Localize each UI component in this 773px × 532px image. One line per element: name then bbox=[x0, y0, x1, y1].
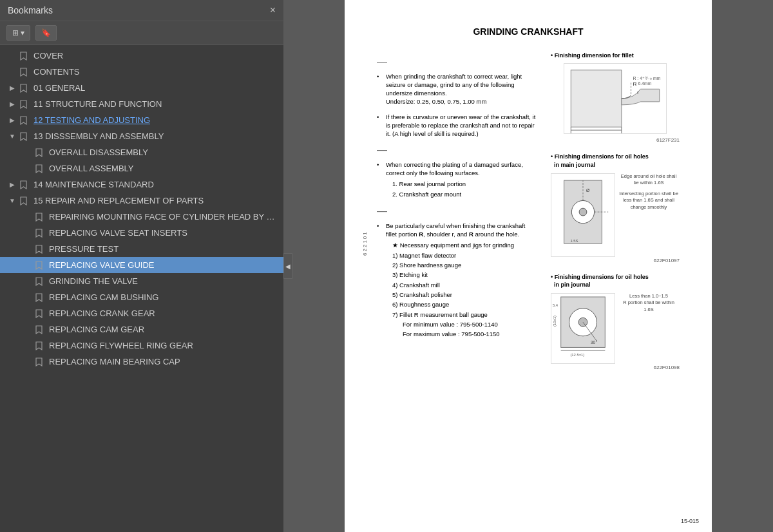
bullet-text-2: If there is curvature or uneven wear of … bbox=[386, 113, 538, 138]
bookmark-item-replacing-cam-bushing[interactable]: REPLACING CAM BUSHING bbox=[0, 289, 283, 305]
main-content: GRINDING CRANKSHAFT 622101 — • When grin… bbox=[283, 0, 773, 532]
chevron-icon: ▼ bbox=[8, 133, 17, 140]
svg-text:(12.5±1): (12.5±1) bbox=[570, 353, 584, 357]
bookmark-label: REPLACING CRANK GEAR bbox=[49, 309, 155, 318]
bookmark-icon: 🔖 bbox=[41, 28, 51, 37]
bookmark-icon bbox=[18, 180, 28, 189]
bookmark-icon bbox=[33, 325, 44, 334]
bookmark-item-replacing-main-bearing[interactable]: REPLACING MAIN BEARING CAP bbox=[0, 354, 283, 370]
collapse-panel-button[interactable]: ◀ bbox=[283, 253, 292, 279]
bookmark-icon bbox=[18, 68, 28, 77]
bookmark-item-01-general[interactable]: ▶01 GENERAL bbox=[0, 80, 283, 96]
main-journal-notes: Edge around oil hole shall be within 1.6… bbox=[618, 173, 680, 211]
bookmark-icon bbox=[33, 261, 44, 270]
bullet-text-4: Be particularly careful when finishing t… bbox=[386, 222, 538, 340]
bookmark-item-pressure-test[interactable]: PRESSURE TEST bbox=[0, 241, 283, 257]
bookmark-label: 13 DISSSEMBLY AND ASSEMBLY bbox=[33, 131, 164, 141]
sub-list-4: ★ Necessary equipment and jigs for grind… bbox=[392, 241, 538, 338]
bookmark-icon bbox=[33, 293, 44, 302]
bookmark-label: COVER bbox=[33, 51, 63, 61]
bookmark-item-repairing-mounting[interactable]: REPAIRING MOUNTING FACE OF CYLINDER HEAD… bbox=[0, 209, 283, 225]
bookmark-icon bbox=[33, 277, 44, 286]
chevron-icon: ▶ bbox=[8, 84, 17, 91]
bookmark-item-14-maintenance[interactable]: ▶14 MAINTENANCE STANDARD bbox=[0, 176, 283, 193]
bookmark-item-replacing-valve-seat[interactable]: REPLACING VALVE SEAT INSERTS bbox=[0, 225, 283, 241]
sidebar-header: Bookmarks × bbox=[0, 0, 283, 21]
bullet-dot-3: • bbox=[377, 160, 382, 200]
bookmark-item-replacing-cam-gear[interactable]: REPLACING CAM GEAR bbox=[0, 321, 283, 337]
page-title: GRINDING CRANKSHAFT bbox=[377, 26, 680, 39]
diagram-fillet-label: • Finishing dimension for fillet bbox=[551, 52, 680, 60]
bookmark-label: 01 GENERAL bbox=[33, 83, 85, 93]
diagram-pin-journal-svg: 30° (12.5±1) (10±1) 5.4 bbox=[551, 293, 615, 364]
diagram-fillet-svg: R r R : 4⁺⁰⁄₋₀ mm r : 6.4mm bbox=[564, 63, 667, 134]
grid-icon: ⊞ bbox=[12, 28, 19, 37]
svg-point-11 bbox=[579, 208, 587, 216]
diagram-main-journal-svg: Ø 1.5S bbox=[551, 173, 615, 257]
bookmark-icon bbox=[18, 132, 28, 141]
bookmark-icon bbox=[18, 116, 28, 125]
bookmark-label: OVERALL DISASSEMBLY bbox=[49, 147, 148, 157]
bookmark-label: GRINDING THE VALVE bbox=[49, 276, 138, 286]
bookmark-icon bbox=[18, 196, 28, 205]
left-column: — • When grinding the crankshaft to corr… bbox=[377, 52, 538, 381]
bookmark-item-replacing-crank-gear[interactable]: REPLACING CRANK GEAR bbox=[0, 305, 283, 321]
bullet-text-1: When grinding the crankshaft to correct … bbox=[386, 72, 538, 106]
pin-journal-notes: Less than 1.0~1.5R portion shall be with… bbox=[618, 293, 680, 314]
diagram-pin-journal-label: • Finishing dimensions for oil holes in … bbox=[551, 273, 680, 289]
bookmark-item-replacing-flywheel[interactable]: REPLACING FLYWHEEL RING GEAR bbox=[0, 337, 283, 354]
svg-text:5.4: 5.4 bbox=[553, 303, 558, 307]
right-column: • Finishing dimension for fillet R r R :… bbox=[551, 52, 680, 381]
bookmark-item-grinding-valve[interactable]: GRINDING THE VALVE bbox=[0, 273, 283, 289]
svg-text:Ø: Ø bbox=[586, 187, 590, 192]
diagram-main-journal-caption: 622F01097 bbox=[551, 257, 680, 264]
bookmark-item-11-structure[interactable]: ▶11 STRUCTURE AND FUNCTION bbox=[0, 96, 283, 112]
bookmark-item-12-testing[interactable]: ▶12 TESTING AND ADJUSTING bbox=[0, 112, 283, 128]
diagram-pin-journal: • Finishing dimensions for oil holes in … bbox=[551, 273, 680, 371]
bookmark-item-cover[interactable]: COVER bbox=[0, 48, 283, 64]
diagram-fillet: • Finishing dimension for fillet R r R :… bbox=[551, 52, 680, 144]
bookmark-icon bbox=[18, 100, 28, 109]
bookmark-label: REPLACING CAM BUSHING bbox=[49, 292, 158, 302]
sidebar-title: Bookmarks bbox=[8, 5, 53, 15]
sub-list-3: 1. Rear seal journal portion 2. Cranksha… bbox=[392, 180, 538, 198]
bookmark-list: COVERCONTENTS▶01 GENERAL▶11 STRUCTURE AN… bbox=[0, 45, 283, 532]
bookmark-label: 11 STRUCTURE AND FUNCTION bbox=[33, 99, 162, 109]
dash-divider-1: — bbox=[377, 57, 538, 67]
bookmark-item-13-disassembly[interactable]: ▼13 DISSSEMBLY AND ASSEMBLY bbox=[0, 128, 283, 144]
chevron-icon: ▼ bbox=[8, 197, 17, 204]
diagram-main-journal: • Finishing dimensions for oil holes in … bbox=[551, 153, 680, 263]
dash-divider-2: — bbox=[377, 145, 538, 155]
bookmark-icon-button[interactable]: 🔖 bbox=[35, 25, 57, 41]
diagram-fillet-caption: 6127F231 bbox=[551, 137, 680, 144]
bookmark-icon bbox=[33, 229, 44, 238]
bookmark-icon bbox=[18, 84, 28, 93]
svg-text:(10±1): (10±1) bbox=[553, 316, 557, 327]
dropdown-arrow: ▾ bbox=[21, 28, 24, 37]
bookmark-item-replacing-valve-guide[interactable]: REPLACING VALVE GUIDE bbox=[0, 257, 283, 273]
close-button[interactable]: × bbox=[270, 5, 276, 15]
bookmark-item-overall-assembly[interactable]: OVERALL ASSEMBLY bbox=[0, 160, 283, 176]
sidebar: Bookmarks × ⊞ ▾ 🔖 COVERCONTENTS▶01 GENER… bbox=[0, 0, 283, 532]
bookmark-icon bbox=[33, 164, 44, 173]
bookmark-item-overall-disassembly[interactable]: OVERALL DISASSEMBLY bbox=[0, 144, 283, 160]
bookmark-label: CONTENTS bbox=[33, 67, 80, 77]
bullet-item-3: • When correcting the plating of a damag… bbox=[377, 160, 538, 200]
page-number: 15-015 bbox=[681, 517, 699, 526]
bookmark-icon bbox=[33, 213, 44, 222]
svg-rect-0 bbox=[571, 70, 622, 127]
bookmark-label: REPLACING VALVE GUIDE bbox=[49, 260, 155, 270]
page-view: GRINDING CRANKSHAFT 622101 — • When grin… bbox=[345, 0, 712, 532]
bookmark-icon bbox=[33, 148, 44, 157]
bullet-dot: • bbox=[377, 72, 382, 106]
bookmark-item-15-repair[interactable]: ▼15 REPAIR AND REPLACEMENT OF PARTS bbox=[0, 193, 283, 209]
bullet-text-3: When correcting the plating of a damaged… bbox=[386, 160, 538, 200]
view-options-button[interactable]: ⊞ ▾ bbox=[6, 25, 30, 41]
bookmark-label: REPLACING MAIN BEARING CAP bbox=[49, 357, 180, 366]
bookmark-item-contents[interactable]: CONTENTS bbox=[0, 64, 283, 80]
bullet-item-2: • If there is curvature or uneven wear o… bbox=[377, 113, 538, 138]
bookmark-icon bbox=[18, 52, 28, 61]
bullet-item-4: • Be particularly careful when finishing… bbox=[377, 222, 538, 340]
page-side-label: 622101 bbox=[361, 231, 368, 256]
content-area: — • When grinding the crankshaft to corr… bbox=[377, 52, 680, 381]
